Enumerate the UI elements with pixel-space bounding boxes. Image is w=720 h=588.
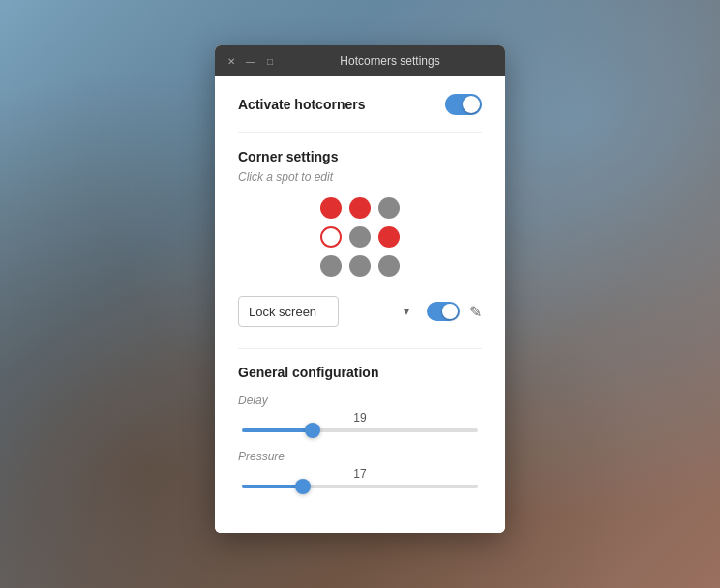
titlebar: ✕ — □ Hotcorners settings <box>215 45 505 76</box>
corner-br[interactable] <box>378 255 400 277</box>
corner-settings-header: Corner settings <box>238 149 482 164</box>
action-row: Lock screen Show desktop Screensaver Non… <box>238 296 482 327</box>
pressure-label: Pressure <box>238 450 482 463</box>
window-controls: ✕ — □ <box>225 54 277 68</box>
action-select[interactable]: Lock screen Show desktop Screensaver Non… <box>238 296 339 327</box>
pressure-thumb[interactable] <box>295 479 311 494</box>
delay-thumb[interactable] <box>305 423 320 438</box>
toggle-knob <box>463 96 480 113</box>
action-toggle[interactable] <box>427 302 460 321</box>
delay-label: Delay <box>238 394 482 407</box>
activate-hotcorners-label: Activate hotcorners <box>238 97 365 112</box>
action-toggle-knob <box>442 304 458 319</box>
window-title: Hotcorners settings <box>285 54 495 68</box>
activate-hotcorners-toggle[interactable] <box>445 94 482 115</box>
delay-value: 19 <box>238 411 482 425</box>
close-button[interactable]: ✕ <box>225 54 238 68</box>
window-content: Activate hotcorners Corner settings Clic… <box>215 76 505 533</box>
corner-tr[interactable] <box>378 197 400 219</box>
edit-icon[interactable]: ✎ <box>469 303 482 321</box>
corner-ml[interactable] <box>320 226 342 248</box>
settings-window: ✕ — □ Hotcorners settings Activate hotco… <box>215 45 505 533</box>
pressure-value: 17 <box>238 467 482 481</box>
general-configuration-section: General configuration Delay 19 Pressure … <box>238 348 482 488</box>
action-select-wrapper: Lock screen Show desktop Screensaver Non… <box>238 296 417 327</box>
divider-1 <box>238 132 482 133</box>
corner-settings-title: Corner settings <box>238 149 482 164</box>
pressure-track[interactable] <box>242 485 478 488</box>
activate-hotcorners-row: Activate hotcorners <box>238 94 482 115</box>
maximize-button[interactable]: □ <box>263 54 277 68</box>
corner-tl[interactable] <box>320 197 342 219</box>
corner-bc[interactable] <box>349 255 371 277</box>
corner-settings-subtitle: Click a spot to edit <box>238 170 482 184</box>
delay-group: Delay 19 <box>238 394 482 432</box>
delay-track[interactable] <box>242 428 478 432</box>
corner-mc[interactable] <box>349 226 371 248</box>
general-configuration-title: General configuration <box>238 365 482 380</box>
corner-tc[interactable] <box>349 197 371 219</box>
delay-fill <box>242 428 313 432</box>
corner-mr[interactable] <box>378 226 400 248</box>
minimize-button[interactable]: — <box>244 54 257 68</box>
pressure-fill <box>242 485 303 488</box>
corner-bl[interactable] <box>320 255 342 277</box>
pressure-group: Pressure 17 <box>238 450 482 488</box>
corner-grid <box>238 197 482 277</box>
